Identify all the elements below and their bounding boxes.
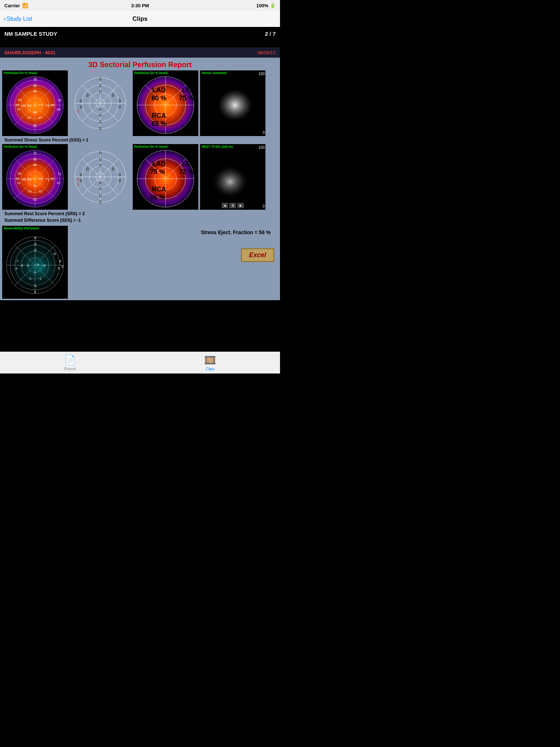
- scan-prev-button[interactable]: ◄: [222, 203, 228, 208]
- rest-score-grid: 0 0 0 0 0 0 0 0 0 0 0 0 0 1 1: [69, 144, 131, 210]
- clips-icon: 🎞️: [204, 355, 216, 366]
- patient-name: SHARP,JOSEPH · 4031: [4, 50, 55, 55]
- scan-pause-button[interactable]: ⏸: [230, 203, 236, 208]
- black-spacer: [0, 40, 280, 47]
- svg-text:0: 0: [80, 99, 82, 103]
- patient-bar: SHARP,JOSEPH · 4031 08/08/12: [0, 47, 280, 58]
- svg-text:76: 76: [17, 108, 20, 111]
- svg-text:0: 0: [99, 113, 101, 117]
- svg-text:0: 0: [99, 120, 101, 124]
- excel-button[interactable]: Excel: [241, 248, 274, 262]
- svg-text:83: 83: [28, 178, 31, 181]
- ef-text: Stress Eject. Fraction = 56 %: [201, 229, 274, 243]
- svg-text:LCX: LCX: [182, 86, 195, 94]
- svg-text:55: 55: [18, 172, 22, 175]
- srs-line: Summed Rest Score Percent (SRS) = 2: [2, 210, 278, 217]
- svg-text:67: 67: [28, 116, 31, 120]
- stress-vessel-map: Perfusion (in % /max): [133, 70, 198, 136]
- svg-text:3: 3: [34, 290, 36, 294]
- svg-text:-8: -8: [58, 259, 61, 263]
- wifi-icon: 📶: [22, 3, 28, 8]
- svg-text:75: 75: [58, 98, 61, 102]
- svg-text:71: 71: [33, 151, 37, 155]
- svg-text:0: 0: [99, 163, 101, 168]
- scan-next-button[interactable]: ►: [238, 203, 244, 208]
- stress-vessel-label: Perfusion (in % /max): [134, 71, 168, 75]
- svg-text:2: 2: [39, 277, 41, 280]
- svg-text:65: 65: [16, 103, 19, 107]
- svg-text:-6: -6: [34, 248, 36, 252]
- toolbar-report[interactable]: 📄 Report: [64, 355, 76, 371]
- scan-nav-controls: ◄ ⏸ ►: [222, 203, 244, 208]
- rest-perfusion-row: Perfusion (in % /max): [2, 144, 278, 210]
- svg-point-142: [211, 161, 253, 199]
- svg-text:0: 0: [99, 77, 101, 81]
- svg-text:86: 86: [22, 178, 26, 181]
- stress-score-svg: 0 0 0 0 0 0 0 0 0 0 0 0 0 1: [69, 70, 131, 136]
- svg-text:1: 1: [77, 177, 79, 181]
- svg-text:84: 84: [28, 104, 31, 108]
- reversibility-svg: -8 -6 -6 -8 -8 -7 -8 -8 -1 0 1 -1 2 -4 3…: [2, 226, 68, 299]
- stress-scan-image: [200, 70, 265, 136]
- stress-scale-bottom: 0: [262, 131, 265, 135]
- back-label[interactable]: Study List: [7, 16, 32, 22]
- rest-vessel-label: Perfusion (in % /max): [134, 145, 168, 148]
- carrier-label: Carrier: [4, 3, 20, 8]
- page-indicator: 2 / 7: [265, 31, 276, 37]
- rest-scan-svg: [204, 148, 262, 206]
- svg-text:0: 0: [80, 178, 82, 183]
- nav-title: Clips: [132, 15, 148, 23]
- svg-text:0: 0: [21, 264, 23, 267]
- stress-score-grid: 0 0 0 0 0 0 0 0 0 0 0 0 0 1: [69, 70, 131, 136]
- nav-bar: ‹ Study List Clips: [0, 11, 280, 27]
- svg-text:-8: -8: [43, 264, 46, 267]
- svg-text:0: 0: [99, 186, 101, 191]
- time-label: 3:30 PM: [131, 3, 149, 8]
- rest-scale-top: 100: [258, 146, 265, 150]
- study-name: NM SAMPLE STUDY: [4, 31, 57, 37]
- svg-text:0: 0: [118, 105, 121, 109]
- svg-text:0: 0: [112, 167, 114, 171]
- rest-scale-bottom: 0: [262, 204, 265, 208]
- stress-perfusion-row: Perfusion (in % /max): [2, 70, 278, 136]
- svg-text:0: 0: [86, 93, 89, 97]
- back-chevron-icon: ‹: [4, 15, 6, 23]
- stress-bullseye-svg: 79 90 90 88 75 64 65 77 79 84 85 76 59 6…: [2, 70, 68, 136]
- svg-text:0: 0: [99, 84, 101, 88]
- svg-text:1: 1: [77, 182, 79, 187]
- svg-text:0: 0: [112, 93, 114, 97]
- svg-text:67: 67: [57, 181, 61, 185]
- svg-text:88: 88: [51, 103, 54, 107]
- stress-vessel-svg: LAD 80 % LCX 75 % RCA 65 %: [133, 70, 198, 136]
- ef-excel-area: Stress Eject. Fraction = 56 % Excel: [69, 226, 278, 266]
- svg-text:0: 0: [99, 90, 101, 94]
- stress-scan-panel: Stress Summed 100: [200, 70, 265, 136]
- svg-text:LCX: LCX: [182, 160, 195, 167]
- svg-text:71: 71: [33, 184, 37, 188]
- reversibility-map: Reversibility Perfusion: [2, 226, 68, 299]
- svg-text:69: 69: [33, 111, 37, 114]
- stress-polar-map: Perfusion (in % /max): [2, 70, 68, 136]
- nav-back-button[interactable]: ‹ Study List: [4, 15, 32, 23]
- report-tab-label: Report: [64, 367, 76, 371]
- svg-text:5: 5: [58, 267, 59, 270]
- svg-text:0: 0: [86, 167, 89, 171]
- svg-text:RCA: RCA: [152, 112, 166, 119]
- rest-scan-panel: REST Tl-201 (32)-mc 100: [200, 144, 265, 210]
- rest-vessel-map: Perfusion (in % /max): [133, 144, 198, 210]
- svg-text:85: 85: [22, 104, 26, 108]
- svg-text:1: 1: [77, 109, 79, 113]
- svg-text:80 %: 80 %: [151, 94, 166, 102]
- svg-text:-4: -4: [34, 284, 36, 288]
- svg-text:-7: -7: [15, 259, 18, 263]
- clips-tab-label: Clips: [206, 367, 214, 371]
- main-content: SHARP,JOSEPH · 4031 08/08/12 3D Sectoria…: [0, 47, 280, 300]
- bottom-toolbar: 📄 Report 🎞️ Clips: [0, 352, 280, 374]
- toolbar-clips[interactable]: 🎞️ Clips: [204, 355, 216, 371]
- svg-text:-4: -4: [15, 267, 18, 270]
- svg-text:0: 0: [99, 157, 101, 162]
- svg-text:65 %: 65 %: [151, 120, 166, 127]
- svg-text:-8: -8: [36, 263, 39, 267]
- svg-text:79: 79: [33, 78, 37, 81]
- study-header: NM SAMPLE STUDY 2 / 7: [0, 27, 280, 40]
